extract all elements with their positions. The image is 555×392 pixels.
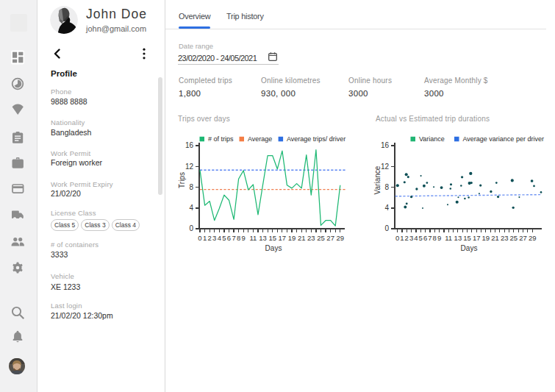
svg-text:2: 2: [208, 234, 212, 242]
svg-text:# of trips: # of trips: [208, 135, 234, 143]
svg-text:7: 7: [428, 234, 432, 242]
svg-text:5: 5: [419, 234, 423, 242]
svg-text:13: 13: [454, 234, 462, 242]
svg-text:9: 9: [242, 234, 246, 242]
svg-text:4: 4: [414, 234, 418, 242]
svg-text:9: 9: [437, 234, 441, 242]
svg-text:25: 25: [510, 234, 518, 242]
svg-text:3: 3: [212, 234, 216, 242]
svg-text:15: 15: [268, 234, 276, 242]
svg-text:2: 2: [405, 234, 409, 242]
svg-text:1: 1: [400, 234, 404, 242]
svg-text:16: 16: [185, 141, 194, 149]
svg-text:23: 23: [307, 234, 315, 242]
svg-text:3: 3: [409, 234, 413, 242]
svg-text:12: 12: [381, 163, 390, 171]
svg-text:Days: Days: [265, 244, 282, 252]
svg-text:Days: Days: [461, 244, 478, 252]
svg-text:Average variance per driver: Average variance per driver: [463, 135, 544, 143]
svg-text:4: 4: [189, 204, 193, 212]
svg-text:19: 19: [482, 234, 490, 242]
svg-text:1: 1: [203, 234, 207, 242]
svg-text:11: 11: [249, 234, 257, 242]
svg-text:8: 8: [433, 234, 437, 242]
svg-text:Variance: Variance: [373, 165, 382, 194]
svg-text:23: 23: [501, 234, 509, 242]
svg-text:8: 8: [237, 234, 240, 242]
svg-text:8: 8: [189, 183, 193, 191]
svg-text:17: 17: [279, 234, 287, 242]
svg-text:16: 16: [381, 141, 390, 149]
svg-text:4: 4: [218, 234, 221, 242]
svg-text:13: 13: [259, 234, 267, 242]
svg-text:15: 15: [463, 234, 471, 242]
svg-text:0: 0: [198, 234, 201, 242]
svg-text:6: 6: [227, 234, 231, 242]
svg-text:6: 6: [423, 234, 427, 242]
svg-text:Average trips/ driver: Average trips/ driver: [287, 135, 345, 143]
svg-text:0: 0: [384, 224, 389, 232]
svg-text:19: 19: [288, 234, 296, 242]
svg-text:17: 17: [473, 234, 481, 242]
svg-text:0: 0: [395, 234, 399, 242]
svg-text:Variance: Variance: [419, 135, 445, 143]
svg-text:21: 21: [298, 234, 306, 242]
svg-text:Average: Average: [248, 135, 272, 143]
svg-text:27: 27: [519, 234, 527, 242]
svg-text:21: 21: [491, 234, 499, 242]
svg-text:12: 12: [185, 163, 194, 171]
svg-text:0: 0: [189, 224, 193, 232]
svg-text:29: 29: [337, 234, 345, 242]
svg-text:8: 8: [384, 183, 389, 191]
svg-text:4: 4: [384, 204, 389, 212]
svg-text:5: 5: [222, 234, 226, 242]
svg-text:29: 29: [529, 234, 537, 242]
svg-text:27: 27: [326, 234, 334, 242]
svg-text:Trips: Trips: [178, 172, 186, 188]
svg-text:7: 7: [232, 234, 235, 242]
svg-text:25: 25: [317, 234, 325, 242]
svg-text:11: 11: [445, 234, 452, 242]
